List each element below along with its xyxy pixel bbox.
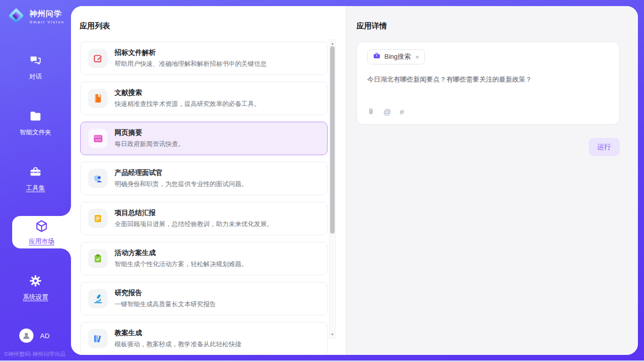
bid-doc-icon xyxy=(88,49,108,68)
sidebar-item-label: 工具集 xyxy=(26,184,45,193)
tool-tag-label: Bing搜索 xyxy=(384,52,411,61)
prompt-text[interactable]: 今日湖北有哪些新闻要点？有哪些需要关注的最新政策？ xyxy=(367,75,609,85)
brand-logo: 神州问学 Smart Vision xyxy=(7,7,64,27)
app-card[interactable]: 产品经理面试官明确身份和职责，为您提供专业性的面试问题。 xyxy=(80,162,328,195)
sidebar-item-chat[interactable]: 对话 xyxy=(0,54,71,81)
sidebar-item-label: 对话 xyxy=(29,73,42,81)
app-card-title: 研究报告 xyxy=(115,288,216,298)
app-card-desc: 智能生成个性化活动方案，轻松解决规划难题。 xyxy=(115,260,248,269)
app-card-desc: 一键智能生成高质量长文本研究报告 xyxy=(115,300,216,309)
toolbox-icon xyxy=(29,165,42,180)
app-card[interactable]: </>网页摘要每日政府新闻资讯快查。 xyxy=(80,122,328,155)
at-icon[interactable]: @ xyxy=(383,108,391,116)
app-card[interactable]: 活动方案生成智能生成个性化活动方案，轻松解决规划难题。 xyxy=(80,242,328,275)
sidebar-item-label: 应用市场 xyxy=(29,237,54,246)
paperclip-icon[interactable] xyxy=(367,107,375,116)
app-list-title: 应用列表 xyxy=(80,21,110,31)
app-card[interactable]: 研究报告一键智能生成高质量长文本研究报告 xyxy=(80,282,328,315)
run-button[interactable]: 运行 xyxy=(589,138,620,156)
brand-name: 神州问学 xyxy=(29,9,64,19)
app-detail-title: 应用详情 xyxy=(356,21,387,31)
avatar[interactable] xyxy=(19,329,33,343)
sidebar: 神州问学 Smart Vision 对话 智能文件夹 工具集 应用市场系统设置 … xyxy=(0,0,71,362)
app-card[interactable]: 招标文件解析帮助用户快速、准确地理解和解析招标书中的关键信息 xyxy=(80,42,328,75)
main-content: 应用列表 招标文件解析帮助用户快速、准确地理解和解析招标书中的关键信息 文献搜索… xyxy=(71,6,638,355)
user-icon xyxy=(22,331,31,340)
microscope-icon xyxy=(88,289,108,308)
app-card-title: 项目总结汇报 xyxy=(115,208,273,218)
app-card-title: 产品经理面试官 xyxy=(115,168,248,177)
book-icon xyxy=(88,89,108,108)
briefcase-icon xyxy=(373,52,381,62)
app-card-desc: 全面回顾项目进展，总结经验教训，助力未来优化发展。 xyxy=(115,220,273,229)
sidebar-item-folder[interactable]: 智能文件夹 xyxy=(0,110,71,137)
sidebar-item-cube[interactable]: 应用市场 xyxy=(12,216,71,248)
app-card[interactable]: 教案生成模板驱动，教案秒成，教学准备从此轻松快捷 xyxy=(80,322,328,355)
brand-diamond-icon xyxy=(7,7,25,27)
user-row[interactable]: AD xyxy=(19,329,50,343)
note-icon xyxy=(88,209,108,228)
gear-icon xyxy=(29,274,42,289)
sidebar-item-gear[interactable]: 系统设置 xyxy=(0,274,71,302)
copyright-text: ©神州数码·神州问学出品 xyxy=(4,350,66,358)
app-list-panel: 应用列表 招标文件解析帮助用户快速、准确地理解和解析招标书中的关键信息 文献搜索… xyxy=(71,6,346,355)
cube-icon xyxy=(34,219,49,235)
app-card-title: 教案生成 xyxy=(115,329,241,338)
prompt-card: Bing搜索 × 今日湖北有哪些新闻要点？有哪些需要关注的最新政策？ @ # xyxy=(356,42,620,125)
app-card-desc: 模板驱动，教案秒成，教学准备从此轻松快捷 xyxy=(115,340,241,349)
scrollbar[interactable]: ▲ ▼ xyxy=(329,40,336,339)
app-card-title: 网页摘要 xyxy=(115,128,185,137)
app-card-list: 招标文件解析帮助用户快速、准确地理解和解析招标书中的关键信息 文献搜索快速精准查… xyxy=(80,42,328,355)
tag-close-icon[interactable]: × xyxy=(415,53,419,61)
books-icon xyxy=(88,329,108,348)
app-card-title: 活动方案生成 xyxy=(115,248,248,258)
clipboard-icon xyxy=(88,249,108,268)
tool-tag-bing-search[interactable]: Bing搜索 × xyxy=(367,49,425,64)
app-card-desc: 明确身份和职责，为您提供专业性的面试问题。 xyxy=(115,180,248,189)
app-detail-panel: 应用详情 Bing搜索 × 今日湖北有哪些新闻要点？有哪些需要关注的最新政策？ xyxy=(346,6,638,355)
app-card-desc: 每日政府新闻资讯快查。 xyxy=(115,140,185,149)
folder-icon xyxy=(29,110,42,125)
hash-icon[interactable]: # xyxy=(400,108,404,116)
scroll-down-icon[interactable]: ▼ xyxy=(330,332,335,337)
svg-text:</>: </> xyxy=(95,137,100,141)
interviewer-icon xyxy=(88,169,108,188)
scrollbar-thumb[interactable] xyxy=(330,46,335,234)
app-card-desc: 帮助用户快速、准确地理解和解析招标书中的关键信息 xyxy=(115,60,267,68)
webpage-icon: </> xyxy=(88,129,108,148)
sidebar-item-toolbox[interactable]: 工具集 xyxy=(0,165,71,193)
sidebar-item-label: 智能文件夹 xyxy=(20,128,52,137)
sidebar-item-label: 系统设置 xyxy=(23,293,48,302)
app-card[interactable]: 文献搜索快速精准查找学术资源，提高研究效率的必备工具。 xyxy=(80,82,328,115)
attachment-toolbar: @ # xyxy=(367,107,609,116)
user-initials: AD xyxy=(40,332,50,340)
brand-subtitle: Smart Vision xyxy=(29,20,64,24)
app-card-desc: 快速精准查找学术资源，提高研究效率的必备工具。 xyxy=(115,100,261,108)
scroll-up-icon[interactable]: ▲ xyxy=(330,41,335,46)
chat-icon xyxy=(29,54,42,69)
app-card[interactable]: 项目总结汇报全面回顾项目进展，总结经验教训，助力未来优化发展。 xyxy=(80,202,328,235)
app-card-title: 招标文件解析 xyxy=(115,48,267,57)
app-card-title: 文献搜索 xyxy=(115,88,261,97)
